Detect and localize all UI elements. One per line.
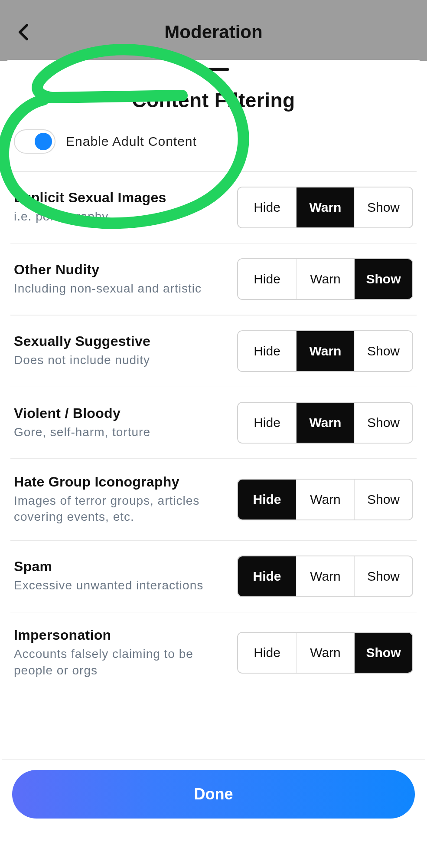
category-title: Violent / Bloody: [14, 405, 228, 421]
category-text: Sexually SuggestiveDoes not include nudi…: [14, 333, 228, 368]
hide-option[interactable]: Hide: [238, 633, 296, 673]
show-option[interactable]: Show: [354, 556, 412, 596]
category-description: Does not include nudity: [14, 352, 228, 368]
category-text: Violent / BloodyGore, self-harm, torture: [14, 405, 228, 441]
category-row: Violent / BloodyGore, self-harm, torture…: [2, 387, 425, 458]
backdrop-header: Moderation: [0, 0, 427, 61]
category-row: SpamExcessive unwanted interactionsHideW…: [2, 541, 425, 612]
page-title: Moderation: [13, 22, 414, 43]
warn-option[interactable]: Warn: [296, 331, 354, 371]
hide-option[interactable]: Hide: [238, 480, 296, 519]
sheet-footer: Done: [2, 759, 425, 829]
category-description: Gore, self-harm, torture: [14, 424, 228, 441]
category-description: Images of terror groups, articles coveri…: [14, 493, 228, 526]
category-title: Impersonation: [14, 627, 228, 643]
category-row: Hate Group IconographyImages of terror g…: [2, 459, 425, 540]
warn-option[interactable]: Warn: [296, 403, 354, 443]
segmented-control: HideWarnShow: [237, 556, 413, 597]
segmented-control: HideWarnShow: [237, 187, 413, 228]
category-text: Other NudityIncluding non-sexual and art…: [14, 262, 228, 297]
hide-option[interactable]: Hide: [238, 556, 296, 596]
segmented-control: HideWarnShow: [237, 632, 413, 674]
adult-content-label: Enable Adult Content: [66, 134, 197, 149]
warn-option[interactable]: Warn: [296, 259, 354, 299]
warn-option[interactable]: Warn: [296, 556, 354, 596]
category-row: ImpersonationAccounts falsely claiming t…: [2, 612, 425, 694]
done-button[interactable]: Done: [12, 770, 415, 819]
drag-handle[interactable]: [199, 68, 229, 71]
category-title: Hate Group Iconography: [14, 474, 228, 490]
category-text: SpamExcessive unwanted interactions: [14, 559, 228, 594]
category-text: ImpersonationAccounts falsely claiming t…: [14, 627, 228, 679]
category-title: Sexually Suggestive: [14, 333, 228, 349]
show-option[interactable]: Show: [354, 331, 412, 371]
show-option[interactable]: Show: [354, 259, 412, 299]
category-description: Including non-sexual and artistic: [14, 280, 228, 297]
category-description: i.e. pornography: [14, 208, 228, 225]
adult-content-toggle-row: Enable Adult Content: [2, 129, 425, 171]
show-option[interactable]: Show: [354, 187, 412, 227]
warn-option[interactable]: Warn: [296, 633, 354, 673]
category-row: Sexually SuggestiveDoes not include nudi…: [2, 316, 425, 387]
category-text: Hate Group IconographyImages of terror g…: [14, 474, 228, 526]
category-row: Explicit Sexual Imagesi.e. pornographyHi…: [2, 172, 425, 243]
category-description: Accounts falsely claiming to be people o…: [14, 646, 228, 679]
warn-option[interactable]: Warn: [296, 187, 354, 227]
sheet-title: Content Filtering: [2, 89, 425, 112]
category-title: Spam: [14, 559, 228, 575]
content-filtering-sheet: Content Filtering Enable Adult Content E…: [2, 60, 425, 868]
category-description: Excessive unwanted interactions: [14, 577, 228, 594]
segmented-control: HideWarnShow: [237, 402, 413, 444]
adult-content-toggle[interactable]: [14, 129, 55, 154]
category-text: Explicit Sexual Imagesi.e. pornography: [14, 190, 228, 225]
hide-option[interactable]: Hide: [238, 331, 296, 371]
category-title: Other Nudity: [14, 262, 228, 278]
hide-option[interactable]: Hide: [238, 187, 296, 227]
hide-option[interactable]: Hide: [238, 259, 296, 299]
show-option[interactable]: Show: [354, 633, 412, 673]
hide-option[interactable]: Hide: [238, 403, 296, 443]
segmented-control: HideWarnShow: [237, 330, 413, 372]
show-option[interactable]: Show: [354, 480, 412, 519]
segmented-control: HideWarnShow: [237, 258, 413, 300]
warn-option[interactable]: Warn: [296, 480, 354, 519]
show-option[interactable]: Show: [354, 403, 412, 443]
toggle-knob: [35, 133, 52, 150]
category-title: Explicit Sexual Images: [14, 190, 228, 206]
category-row: Other NudityIncluding non-sexual and art…: [2, 243, 425, 315]
segmented-control: HideWarnShow: [237, 479, 413, 520]
